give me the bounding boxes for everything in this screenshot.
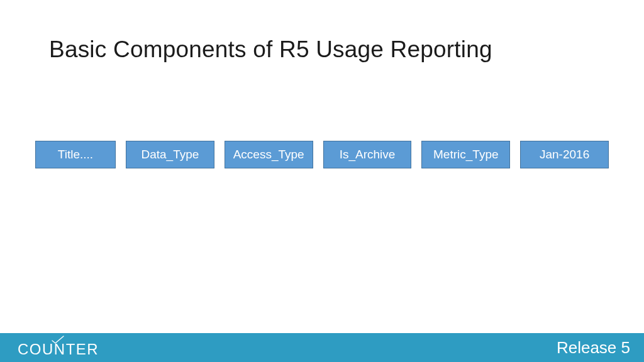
- slide: Basic Components of R5 Usage Reporting T…: [0, 0, 644, 362]
- box-access-type: Access_Type: [225, 141, 313, 168]
- page-title: Basic Components of R5 Usage Reporting: [49, 36, 492, 63]
- box-month: Jan-2016: [520, 141, 609, 168]
- box-metric-type: Metric_Type: [421, 141, 510, 168]
- component-row: Title.... Data_Type Access_Type Is_Archi…: [35, 141, 609, 168]
- logo-text-post: TER: [66, 341, 99, 358]
- logo-n-wrap: N: [54, 342, 66, 357]
- counter-logo: COUNTER: [18, 333, 99, 362]
- logo-text-pre: COU: [18, 341, 54, 358]
- release-label: Release 5: [557, 338, 630, 358]
- footer-bar: COUNTER Release 5: [0, 333, 644, 362]
- logo-text: COUNTER: [18, 342, 99, 357]
- box-data-type: Data_Type: [126, 141, 214, 168]
- logo-text-n: N: [54, 341, 66, 358]
- box-is-archive: Is_Archive: [323, 141, 412, 168]
- box-title: Title....: [35, 141, 116, 168]
